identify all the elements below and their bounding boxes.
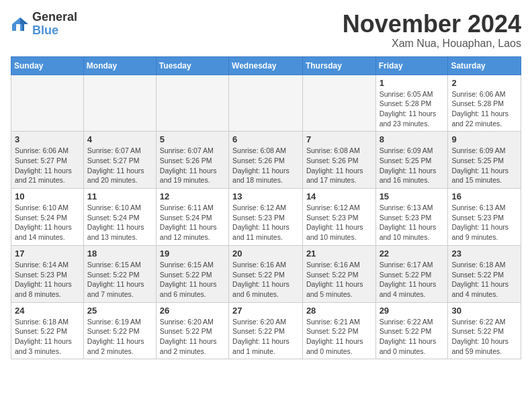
day-info: Sunrise: 6:12 AM Sunset: 5:23 PM Dayligh… xyxy=(306,203,372,242)
calendar-cell: 16Sunrise: 6:13 AM Sunset: 5:23 PM Dayli… xyxy=(448,189,521,246)
day-number: 27 xyxy=(232,306,299,316)
day-number: 25 xyxy=(87,306,152,316)
calendar-cell: 27Sunrise: 6:20 AM Sunset: 5:22 PM Dayli… xyxy=(229,302,303,359)
calendar-cell: 19Sunrise: 6:15 AM Sunset: 5:22 PM Dayli… xyxy=(156,245,228,302)
calendar-cell: 7Sunrise: 6:08 AM Sunset: 5:26 PM Daylig… xyxy=(302,132,375,189)
header-monday: Monday xyxy=(83,56,156,75)
calendar-cell: 17Sunrise: 6:14 AM Sunset: 5:23 PM Dayli… xyxy=(11,245,84,302)
calendar-cell: 20Sunrise: 6:16 AM Sunset: 5:22 PM Dayli… xyxy=(229,245,303,302)
calendar-cell: 13Sunrise: 6:12 AM Sunset: 5:23 PM Dayli… xyxy=(229,189,303,246)
calendar-cell: 3Sunrise: 6:06 AM Sunset: 5:27 PM Daylig… xyxy=(11,132,84,189)
week-row-1: 1Sunrise: 6:05 AM Sunset: 5:28 PM Daylig… xyxy=(11,75,521,132)
day-number: 23 xyxy=(451,248,517,259)
day-number: 11 xyxy=(87,191,152,201)
day-info: Sunrise: 6:05 AM Sunset: 5:28 PM Dayligh… xyxy=(380,89,445,129)
day-info: Sunrise: 6:18 AM Sunset: 5:22 PM Dayligh… xyxy=(451,260,517,300)
day-info: Sunrise: 6:13 AM Sunset: 5:23 PM Dayligh… xyxy=(451,203,517,242)
day-info: Sunrise: 6:13 AM Sunset: 5:23 PM Dayligh… xyxy=(380,203,445,242)
header-tuesday: Tuesday xyxy=(156,56,228,75)
calendar-table: Sunday Monday Tuesday Wednesday Thursday… xyxy=(11,56,521,360)
calendar-cell: 23Sunrise: 6:18 AM Sunset: 5:22 PM Dayli… xyxy=(448,245,521,302)
day-number: 2 xyxy=(451,78,517,88)
header-sunday: Sunday xyxy=(11,56,84,75)
day-info: Sunrise: 6:10 AM Sunset: 5:24 PM Dayligh… xyxy=(87,203,152,242)
calendar-cell: 29Sunrise: 6:22 AM Sunset: 5:22 PM Dayli… xyxy=(375,302,448,359)
day-number: 7 xyxy=(306,134,372,144)
day-number: 8 xyxy=(380,134,445,144)
calendar-header: Sunday Monday Tuesday Wednesday Thursday… xyxy=(11,56,521,75)
calendar-cell xyxy=(229,75,303,132)
day-info: Sunrise: 6:22 AM Sunset: 5:22 PM Dayligh… xyxy=(380,317,445,357)
week-row-4: 17Sunrise: 6:14 AM Sunset: 5:23 PM Dayli… xyxy=(11,245,521,302)
calendar-cell: 14Sunrise: 6:12 AM Sunset: 5:23 PM Dayli… xyxy=(302,189,375,246)
logo: General Blue xyxy=(11,11,77,38)
location-subtitle: Xam Nua, Houaphan, Laos xyxy=(343,38,521,50)
calendar-cell: 12Sunrise: 6:11 AM Sunset: 5:24 PM Dayli… xyxy=(156,189,228,246)
calendar-cell xyxy=(156,75,228,132)
logo-blue: Blue xyxy=(32,24,58,37)
day-info: Sunrise: 6:06 AM Sunset: 5:28 PM Dayligh… xyxy=(451,89,517,129)
calendar-body: 1Sunrise: 6:05 AM Sunset: 5:28 PM Daylig… xyxy=(11,75,521,359)
header-thursday: Thursday xyxy=(302,56,375,75)
day-number: 29 xyxy=(380,306,445,316)
header-wednesday: Wednesday xyxy=(229,56,303,75)
day-info: Sunrise: 6:10 AM Sunset: 5:24 PM Dayligh… xyxy=(15,203,80,242)
day-number: 30 xyxy=(451,306,517,316)
day-number: 13 xyxy=(232,191,299,201)
calendar-cell: 30Sunrise: 6:22 AM Sunset: 5:22 PM Dayli… xyxy=(448,302,521,359)
calendar-cell: 26Sunrise: 6:20 AM Sunset: 5:22 PM Dayli… xyxy=(156,302,228,359)
header-row: Sunday Monday Tuesday Wednesday Thursday… xyxy=(11,56,521,75)
calendar-cell: 11Sunrise: 6:10 AM Sunset: 5:24 PM Dayli… xyxy=(83,189,156,246)
calendar-cell: 25Sunrise: 6:19 AM Sunset: 5:22 PM Dayli… xyxy=(83,302,156,359)
calendar-cell: 9Sunrise: 6:09 AM Sunset: 5:25 PM Daylig… xyxy=(448,132,521,189)
calendar-cell: 5Sunrise: 6:07 AM Sunset: 5:26 PM Daylig… xyxy=(156,132,228,189)
calendar-cell: 15Sunrise: 6:13 AM Sunset: 5:23 PM Dayli… xyxy=(375,189,448,246)
calendar-cell: 24Sunrise: 6:18 AM Sunset: 5:22 PM Dayli… xyxy=(11,302,84,359)
week-row-5: 24Sunrise: 6:18 AM Sunset: 5:22 PM Dayli… xyxy=(11,302,521,359)
page-header: General Blue November 2024 Xam Nua, Houa… xyxy=(11,11,521,50)
day-info: Sunrise: 6:15 AM Sunset: 5:22 PM Dayligh… xyxy=(160,260,225,300)
title-block: November 2024 Xam Nua, Houaphan, Laos xyxy=(343,11,521,50)
day-number: 20 xyxy=(232,248,299,259)
day-info: Sunrise: 6:16 AM Sunset: 5:22 PM Dayligh… xyxy=(306,260,372,300)
day-number: 15 xyxy=(380,191,445,201)
day-number: 9 xyxy=(451,134,517,144)
logo-text: General Blue xyxy=(32,11,77,38)
calendar-cell: 10Sunrise: 6:10 AM Sunset: 5:24 PM Dayli… xyxy=(11,189,84,246)
calendar-cell: 6Sunrise: 6:08 AM Sunset: 5:26 PM Daylig… xyxy=(229,132,303,189)
calendar-cell: 18Sunrise: 6:15 AM Sunset: 5:22 PM Dayli… xyxy=(83,245,156,302)
day-number: 18 xyxy=(87,248,152,259)
day-info: Sunrise: 6:09 AM Sunset: 5:25 PM Dayligh… xyxy=(451,146,517,185)
day-number: 28 xyxy=(306,306,372,316)
day-info: Sunrise: 6:09 AM Sunset: 5:25 PM Dayligh… xyxy=(380,146,445,185)
logo-icon xyxy=(11,15,30,34)
calendar-cell xyxy=(83,75,156,132)
day-info: Sunrise: 6:07 AM Sunset: 5:26 PM Dayligh… xyxy=(160,146,225,185)
day-number: 4 xyxy=(87,134,152,144)
day-info: Sunrise: 6:14 AM Sunset: 5:23 PM Dayligh… xyxy=(15,260,80,300)
header-friday: Friday xyxy=(375,56,448,75)
calendar-cell: 28Sunrise: 6:21 AM Sunset: 5:22 PM Dayli… xyxy=(302,302,375,359)
day-number: 24 xyxy=(15,306,80,316)
day-info: Sunrise: 6:20 AM Sunset: 5:22 PM Dayligh… xyxy=(232,317,299,357)
day-info: Sunrise: 6:17 AM Sunset: 5:22 PM Dayligh… xyxy=(380,260,445,300)
day-number: 3 xyxy=(15,134,80,144)
day-number: 16 xyxy=(451,191,517,201)
calendar-cell xyxy=(11,75,84,132)
day-info: Sunrise: 6:12 AM Sunset: 5:23 PM Dayligh… xyxy=(232,203,299,242)
calendar-cell: 2Sunrise: 6:06 AM Sunset: 5:28 PM Daylig… xyxy=(448,75,521,132)
header-saturday: Saturday xyxy=(448,56,521,75)
day-info: Sunrise: 6:06 AM Sunset: 5:27 PM Dayligh… xyxy=(15,146,80,185)
calendar-cell: 22Sunrise: 6:17 AM Sunset: 5:22 PM Dayli… xyxy=(375,245,448,302)
calendar-cell: 4Sunrise: 6:07 AM Sunset: 5:27 PM Daylig… xyxy=(83,132,156,189)
calendar-cell: 21Sunrise: 6:16 AM Sunset: 5:22 PM Dayli… xyxy=(302,245,375,302)
day-number: 1 xyxy=(380,78,445,88)
day-info: Sunrise: 6:22 AM Sunset: 5:22 PM Dayligh… xyxy=(451,317,517,357)
day-info: Sunrise: 6:15 AM Sunset: 5:22 PM Dayligh… xyxy=(87,260,152,300)
day-info: Sunrise: 6:19 AM Sunset: 5:22 PM Dayligh… xyxy=(87,317,152,357)
day-number: 5 xyxy=(160,134,225,144)
month-title: November 2024 xyxy=(343,11,521,38)
day-info: Sunrise: 6:21 AM Sunset: 5:22 PM Dayligh… xyxy=(306,317,372,357)
day-number: 17 xyxy=(15,248,80,259)
logo-general: General xyxy=(32,10,77,24)
